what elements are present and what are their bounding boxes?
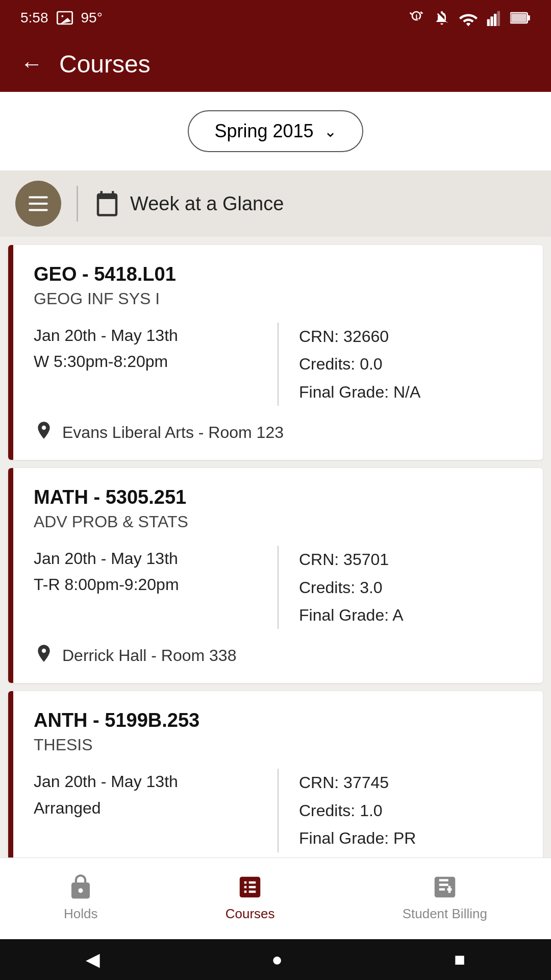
course-time-0: W 5:30pm-8:20pm bbox=[34, 349, 257, 375]
back-button[interactable]: ← bbox=[20, 51, 43, 77]
course-credits-2: Credits: 1.0 bbox=[299, 797, 522, 824]
nav-label-billing: Student Billing bbox=[403, 906, 487, 922]
list-view-button[interactable] bbox=[15, 181, 61, 227]
billing-icon bbox=[431, 873, 459, 901]
back-nav-button[interactable]: ◀ bbox=[86, 949, 100, 970]
nav-item-holds[interactable]: Holds bbox=[48, 868, 113, 927]
toggle-divider bbox=[77, 186, 78, 222]
detail-divider-2 bbox=[278, 769, 279, 852]
course-meta-0: CRN: 32660 Credits: 0.0 Final Grade: N/A bbox=[299, 323, 522, 406]
course-credits-1: Credits: 3.0 bbox=[299, 574, 522, 601]
list-icon bbox=[26, 191, 51, 216]
course-dates-1: Jan 20th - May 13th bbox=[34, 546, 257, 572]
week-view-button[interactable]: Week at a Glance bbox=[93, 190, 284, 217]
course-dates-2: Jan 20th - May 13th bbox=[34, 769, 257, 795]
svg-rect-8 bbox=[511, 14, 527, 22]
svg-rect-10 bbox=[29, 203, 48, 205]
course-location-text-0: Evans Liberal Arts - Room 123 bbox=[62, 423, 284, 442]
page-title: Courses bbox=[59, 50, 151, 78]
alarm-icon bbox=[408, 10, 424, 26]
course-details-0: Jan 20th - May 13th W 5:30pm-8:20pm CRN:… bbox=[34, 323, 522, 406]
location-pin-icon-1 bbox=[34, 643, 54, 668]
course-crn-1: CRN: 35701 bbox=[299, 546, 522, 573]
course-schedule-2: Jan 20th - May 13th Arranged bbox=[34, 769, 257, 821]
chevron-down-icon: ⌄ bbox=[324, 122, 337, 140]
recents-nav-button[interactable]: ■ bbox=[454, 949, 465, 970]
wifi-icon bbox=[459, 10, 478, 26]
location-pin-icon-0 bbox=[34, 420, 54, 445]
courses-icon bbox=[236, 873, 264, 901]
course-location-0: Evans Liberal Arts - Room 123 bbox=[34, 420, 522, 445]
android-nav-bar: ◀ ● ■ bbox=[0, 939, 551, 980]
course-code-2: ANTH - 5199B.253 bbox=[34, 709, 522, 731]
course-crn-2: CRN: 37745 bbox=[299, 769, 522, 796]
battery-icon bbox=[510, 11, 531, 25]
semester-selector[interactable]: Spring 2015 ⌄ bbox=[188, 110, 363, 152]
course-dates-0: Jan 20th - May 13th bbox=[34, 323, 257, 349]
nav-item-courses[interactable]: Courses bbox=[210, 868, 290, 927]
nav-label-holds: Holds bbox=[64, 906, 97, 922]
svg-rect-9 bbox=[29, 196, 48, 198]
svg-point-1 bbox=[61, 15, 63, 17]
svg-rect-11 bbox=[29, 209, 48, 211]
nav-item-billing[interactable]: Student Billing bbox=[387, 868, 503, 927]
course-name-0: GEOG INF SYS I bbox=[34, 289, 522, 308]
semester-selector-wrap: Spring 2015 ⌄ bbox=[0, 92, 551, 170]
course-crn-0: CRN: 32660 bbox=[299, 323, 522, 350]
svg-rect-4 bbox=[494, 14, 496, 26]
course-name-1: ADV PROB & STATS bbox=[34, 512, 522, 531]
calendar-icon bbox=[93, 190, 121, 217]
course-name-2: THESIS bbox=[34, 736, 522, 754]
svg-rect-3 bbox=[490, 16, 493, 26]
course-credits-0: Credits: 0.0 bbox=[299, 350, 522, 378]
status-right bbox=[408, 10, 531, 26]
detail-divider-0 bbox=[278, 323, 279, 406]
nav-label-courses: Courses bbox=[226, 906, 275, 922]
image-icon bbox=[57, 11, 73, 25]
status-bar: 5:58 95° bbox=[0, 0, 551, 36]
course-grade-1: Final Grade: A bbox=[299, 601, 522, 629]
course-grade-2: Final Grade: PR bbox=[299, 824, 522, 852]
detail-divider-1 bbox=[278, 546, 279, 629]
week-at-glance-label: Week at a Glance bbox=[130, 193, 284, 215]
course-grade-0: Final Grade: N/A bbox=[299, 378, 522, 406]
course-card-1[interactable]: MATH - 5305.251 ADV PROB & STATS Jan 20t… bbox=[8, 468, 543, 683]
mute-icon bbox=[434, 10, 450, 26]
course-location-1: Derrick Hall - Room 338 bbox=[34, 643, 522, 668]
bottom-nav: Holds Courses Student Billing bbox=[0, 857, 551, 939]
course-code-0: GEO - 5418.L01 bbox=[34, 263, 522, 285]
course-card-0[interactable]: GEO - 5418.L01 GEOG INF SYS I Jan 20th -… bbox=[8, 245, 543, 460]
svg-rect-2 bbox=[487, 19, 490, 26]
svg-rect-7 bbox=[528, 15, 530, 20]
semester-label: Spring 2015 bbox=[214, 120, 313, 142]
course-details-1: Jan 20th - May 13th T-R 8:00pm-9:20pm CR… bbox=[34, 546, 522, 629]
home-nav-button[interactable]: ● bbox=[271, 949, 283, 970]
course-schedule-0: Jan 20th - May 13th W 5:30pm-8:20pm bbox=[34, 323, 257, 375]
temperature: 95° bbox=[81, 10, 103, 26]
course-code-1: MATH - 5305.251 bbox=[34, 486, 522, 508]
course-time-2: Arranged bbox=[34, 795, 257, 821]
course-meta-1: CRN: 35701 Credits: 3.0 Final Grade: A bbox=[299, 546, 522, 629]
course-meta-2: CRN: 37745 Credits: 1.0 Final Grade: PR bbox=[299, 769, 522, 852]
top-bar: ← Courses bbox=[0, 36, 551, 92]
time: 5:58 bbox=[20, 10, 48, 26]
view-toggle-bar: Week at a Glance bbox=[0, 170, 551, 237]
status-left: 5:58 95° bbox=[20, 10, 103, 26]
course-location-text-1: Derrick Hall - Room 338 bbox=[62, 646, 236, 665]
svg-rect-5 bbox=[497, 11, 500, 26]
course-time-1: T-R 8:00pm-9:20pm bbox=[34, 572, 257, 598]
signal-icon bbox=[487, 10, 501, 26]
courses-container: GEO - 5418.L01 GEOG INF SYS I Jan 20th -… bbox=[0, 237, 551, 915]
course-details-2: Jan 20th - May 13th Arranged CRN: 37745 … bbox=[34, 769, 522, 852]
holds-icon bbox=[67, 873, 94, 901]
course-schedule-1: Jan 20th - May 13th T-R 8:00pm-9:20pm bbox=[34, 546, 257, 598]
